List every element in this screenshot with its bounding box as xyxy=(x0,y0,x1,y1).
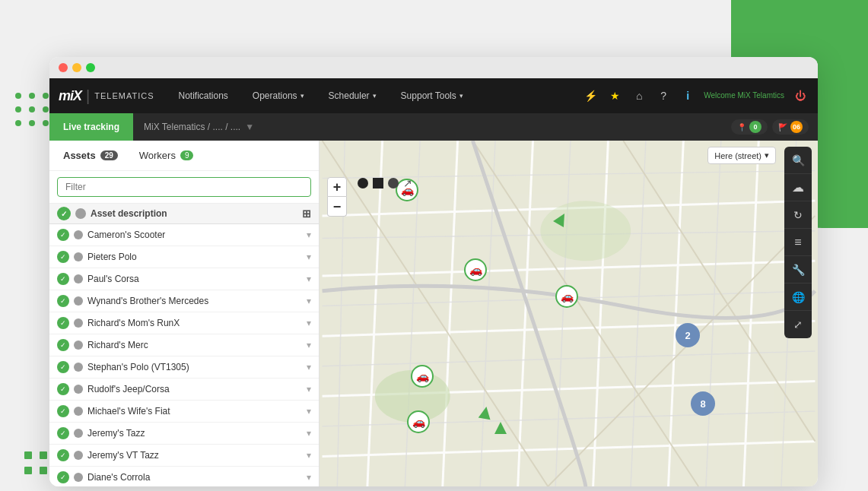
car-marker-2[interactable]: 🚗 xyxy=(464,258,487,281)
flag-notification[interactable]: 🚩 06 xyxy=(772,119,809,135)
row-expand-icon[interactable]: ▾ xyxy=(307,274,311,284)
assets-count: 29 xyxy=(100,150,118,160)
power-icon[interactable]: ⏻ xyxy=(792,87,809,104)
row-check-icon: ✓ xyxy=(57,251,69,263)
home-icon[interactable]: ⌂ xyxy=(631,87,647,104)
layers-tool-button[interactable]: ☁ xyxy=(784,174,812,201)
map-type-selector[interactable]: Here (street) ▾ xyxy=(707,147,776,164)
cluster-marker-1[interactable]: 2 xyxy=(676,323,700,347)
zoom-out-button[interactable]: − xyxy=(327,197,347,217)
list-item[interactable]: ✓ Rudolf's Jeep/Corsa ▾ xyxy=(49,379,319,401)
logo-divider: | xyxy=(86,87,90,105)
globe-tool-button[interactable]: 🌐 xyxy=(784,284,812,311)
asset-name: Jeremy's Tazz xyxy=(87,428,302,439)
stack-tool-button[interactable]: ≡ xyxy=(784,229,812,256)
row-expand-icon[interactable]: ▾ xyxy=(307,318,311,328)
nav-notifications[interactable]: Notifications xyxy=(172,87,234,104)
list-item[interactable]: ✓ Diane's Corrola ▾ xyxy=(49,467,319,486)
row-check-icon: ✓ xyxy=(57,383,69,395)
filter-input[interactable] xyxy=(57,177,311,197)
minimize-button[interactable] xyxy=(72,63,81,72)
asset-name: Richard's Mom's RunX xyxy=(87,318,302,328)
car-marker-5[interactable]: 🚗 xyxy=(407,410,430,433)
cluster-marker-2[interactable]: 8 xyxy=(691,391,715,416)
car-marker-4[interactable]: 🚗 xyxy=(411,365,434,388)
car-marker-3[interactable]: 🚗 xyxy=(555,285,578,308)
cursor-icon[interactable]: ↗ xyxy=(403,177,412,189)
row-expand-icon[interactable]: ▾ xyxy=(307,428,311,439)
star-icon[interactable]: ★ xyxy=(606,87,623,104)
refresh-tool-button[interactable]: ↻ xyxy=(784,201,812,229)
left-panel: Assets 29 Workers 9 ✓ Asset descr xyxy=(49,141,320,486)
pin-notification[interactable]: 📍 0 xyxy=(731,119,768,135)
wrench-tool-button[interactable]: 🔧 xyxy=(784,256,812,284)
map-background xyxy=(320,141,818,486)
row-expand-icon[interactable]: ▾ xyxy=(307,362,311,372)
asset-name: Cameron's Scooter xyxy=(87,230,302,240)
operations-arrow-icon: ▾ xyxy=(300,92,304,100)
list-item[interactable]: ✓ Stephan's Polo (VT1305) ▾ xyxy=(49,356,319,379)
asset-list-header: ✓ Asset description ⊞ xyxy=(49,204,319,224)
car-icon: 🚗 xyxy=(407,410,430,433)
list-view-icon[interactable]: ⊞ xyxy=(302,207,311,220)
search-tool-button[interactable]: 🔍 xyxy=(784,147,812,174)
filled-circle-button[interactable] xyxy=(388,178,399,188)
row-status-dot xyxy=(74,341,83,350)
assets-tab[interactable]: Assets 29 xyxy=(57,147,124,164)
nav-operations[interactable]: Operations ▾ xyxy=(246,87,310,104)
row-check-icon: ✓ xyxy=(57,427,69,439)
row-status-dot xyxy=(74,296,83,306)
map-type-arrow-icon: ▾ xyxy=(765,150,769,160)
list-item[interactable]: ✓ Paul's Corsa ▾ xyxy=(49,268,319,290)
asset-name: Paul's Corsa xyxy=(87,274,302,284)
breadcrumb-arrow-icon[interactable]: ▼ xyxy=(245,122,254,132)
list-item[interactable]: ✓ Cameron's Scooter ▾ xyxy=(49,224,319,246)
asset-list: ✓ Cameron's Scooter ▾ ✓ Pieters Polo ▾ ✓ xyxy=(49,224,319,486)
close-button[interactable] xyxy=(59,63,68,72)
square-shape-button[interactable] xyxy=(373,178,383,188)
list-item[interactable]: ✓ Richard's Mom's RunX ▾ xyxy=(49,312,319,334)
cluster-count-2: 8 xyxy=(700,398,705,410)
car-icon: 🚗 xyxy=(411,365,434,388)
row-expand-icon[interactable]: ▾ xyxy=(307,450,311,461)
wrench-icon: 🔧 xyxy=(792,264,805,276)
row-expand-icon[interactable]: ▾ xyxy=(307,340,311,350)
list-item[interactable]: ✓ Wynand's Brother's Mercedes ▾ xyxy=(49,290,319,312)
logo-area: miX | TELEMATICS xyxy=(59,87,154,105)
workers-tab[interactable]: Workers 9 xyxy=(133,147,200,164)
arrow-marker-2[interactable] xyxy=(479,407,491,419)
row-status-dot xyxy=(74,451,83,460)
workers-label: Workers xyxy=(139,150,176,161)
row-expand-icon[interactable]: ▾ xyxy=(307,252,311,262)
row-expand-icon[interactable]: ▾ xyxy=(307,296,311,306)
row-expand-icon[interactable]: ▾ xyxy=(307,230,311,240)
nav-support-tools[interactable]: Support Tools ▾ xyxy=(395,87,469,104)
asset-name: Diane's Corrola xyxy=(87,472,302,483)
list-item[interactable]: ✓ Jeremy's Tazz ▾ xyxy=(49,423,319,445)
help-icon[interactable]: ? xyxy=(655,87,672,104)
breadcrumb-text: MiX Telematics / .... / .... xyxy=(144,122,240,132)
maximize-button[interactable] xyxy=(86,63,95,72)
list-item[interactable]: ✓ Michael's Wife's Fiat ▾ xyxy=(49,401,319,423)
info-icon[interactable]: i xyxy=(679,87,696,104)
lightning-icon[interactable]: ⚡ xyxy=(582,87,599,104)
live-tracking-tab[interactable]: Live tracking xyxy=(49,113,133,141)
list-item[interactable]: ✓ Jeremy's VT Tazz ▾ xyxy=(49,445,319,467)
circle-shape-button[interactable] xyxy=(358,178,368,188)
row-expand-icon[interactable]: ▾ xyxy=(307,406,311,417)
row-expand-icon[interactable]: ▾ xyxy=(307,384,311,394)
select-all-check[interactable]: ✓ xyxy=(57,207,71,220)
map-shapes-row: ↗ xyxy=(358,177,412,189)
logo-text: miX xyxy=(59,88,81,104)
expand-icon: ⤢ xyxy=(793,318,803,331)
list-item[interactable]: ✓ Pieters Polo ▾ xyxy=(49,246,319,268)
arrow-marker-1[interactable] xyxy=(555,213,568,225)
zoom-in-button[interactable]: + xyxy=(327,177,347,197)
assets-label: Assets xyxy=(63,150,96,161)
arrow-marker-3[interactable] xyxy=(494,422,507,434)
list-item[interactable]: ✓ Richard's Merc ▾ xyxy=(49,334,319,356)
expand-tool-button[interactable]: ⤢ xyxy=(784,311,812,338)
nav-scheduler[interactable]: Scheduler ▾ xyxy=(323,87,383,104)
row-expand-icon[interactable]: ▾ xyxy=(307,472,311,483)
map-area[interactable]: + − ↗ Here (street) ▾ xyxy=(320,141,818,486)
